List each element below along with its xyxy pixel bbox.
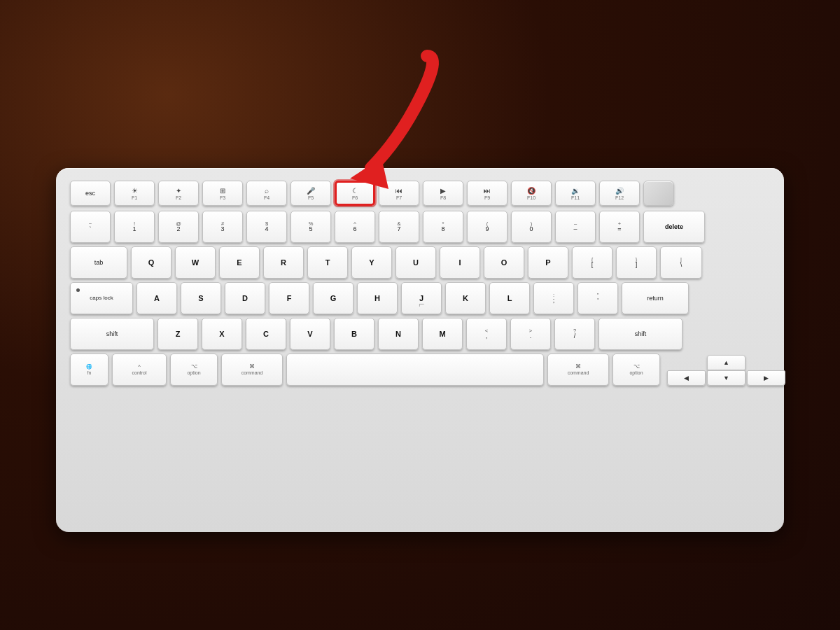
key-q[interactable]: Q <box>131 246 172 279</box>
key-n[interactable]: N <box>378 318 419 350</box>
number-row: ~ ` ! 1 @ 2 # 3 $ 4 % 5 <box>70 211 770 243</box>
key-h[interactable]: H <box>357 282 398 314</box>
key-arrow-left[interactable]: ◀ <box>667 370 706 386</box>
key-x[interactable]: X <box>202 318 242 350</box>
key-equals[interactable]: + = <box>599 211 640 243</box>
key-shift-right[interactable]: shift <box>598 318 682 350</box>
key-slash[interactable]: ? / <box>554 318 595 350</box>
key-f2[interactable]: ✦ F2 <box>158 181 199 206</box>
key-9[interactable]: ( 9 <box>467 211 507 243</box>
key-period[interactable]: > . <box>510 318 551 350</box>
scene: esc ☀ F1 ✦ F2 ⊞ F3 ⌕ F4 <box>35 28 805 602</box>
key-option-right[interactable]: ⌥ option <box>612 354 660 386</box>
key-e[interactable]: E <box>219 246 260 279</box>
key-caps-lock[interactable]: caps lock <box>70 282 133 314</box>
key-f10[interactable]: 🔇 F10 <box>511 181 552 206</box>
key-5[interactable]: % 5 <box>290 211 331 243</box>
key-delete[interactable]: delete <box>643 211 705 243</box>
key-f1[interactable]: ☀ F1 <box>114 181 155 206</box>
key-m[interactable]: M <box>422 318 463 350</box>
key-d[interactable]: D <box>225 282 265 314</box>
key-r[interactable]: R <box>263 246 304 279</box>
keyboard: esc ☀ F1 ✦ F2 ⊞ F3 ⌕ F4 <box>56 168 784 532</box>
key-l[interactable]: L <box>489 282 530 314</box>
key-1[interactable]: ! 1 <box>114 211 155 243</box>
key-w[interactable]: W <box>175 246 216 279</box>
key-shift-left[interactable]: shift <box>70 318 154 350</box>
key-f3[interactable]: ⊞ F3 <box>202 181 243 206</box>
key-touch-id[interactable] <box>643 181 674 206</box>
key-fn[interactable]: 🌐 fn <box>70 354 108 386</box>
key-y[interactable]: Y <box>351 246 392 279</box>
arrow-cluster: ▲ ◀ ▼ ▶ <box>667 355 785 386</box>
key-bracket-l[interactable]: { [ <box>572 246 612 279</box>
key-0[interactable]: ) 0 <box>511 211 552 243</box>
key-return[interactable]: return <box>622 282 689 314</box>
key-quote[interactable]: " ' <box>578 282 618 314</box>
key-esc[interactable]: esc <box>70 181 111 206</box>
key-command-left[interactable]: ⌘ command <box>221 354 283 386</box>
key-option-left[interactable]: ⌥ option <box>170 354 218 386</box>
key-space[interactable] <box>286 354 544 386</box>
key-6[interactable]: ^ 6 <box>335 211 375 243</box>
key-comma[interactable]: < , <box>466 318 507 350</box>
key-f9[interactable]: ⏭ F9 <box>467 181 507 206</box>
key-f12[interactable]: 🔊 F12 <box>599 181 640 206</box>
key-s[interactable]: S <box>181 282 221 314</box>
key-backtick[interactable]: ~ ` <box>70 211 111 243</box>
key-u[interactable]: U <box>396 246 436 279</box>
caps-lock-indicator <box>76 288 80 292</box>
key-arrow-down[interactable]: ▼ <box>707 370 746 386</box>
key-3[interactable]: # 3 <box>202 211 243 243</box>
key-z[interactable]: Z <box>158 318 198 350</box>
red-arrow <box>259 42 455 210</box>
key-7[interactable]: & 7 <box>379 211 419 243</box>
key-tab[interactable]: tab <box>70 246 127 279</box>
key-arrow-up[interactable]: ▲ <box>707 355 746 370</box>
key-f11[interactable]: 🔉 F11 <box>555 181 596 206</box>
key-minus[interactable]: – – <box>555 211 596 243</box>
key-c[interactable]: C <box>246 318 286 350</box>
key-2[interactable]: @ 2 <box>158 211 199 243</box>
key-control[interactable]: ^ control <box>112 354 167 386</box>
qwerty-row: tab Q W E R T Y U I O P { [ } ] | \ <box>70 246 770 279</box>
bottom-row: 🌐 fn ^ control ⌥ option ⌘ command ⌘ comm… <box>70 354 770 386</box>
key-b[interactable]: B <box>334 318 374 350</box>
key-t[interactable]: T <box>307 246 348 279</box>
key-p[interactable]: P <box>528 246 568 279</box>
key-i[interactable]: I <box>440 246 480 279</box>
key-k[interactable]: K <box>445 282 486 314</box>
key-semicolon[interactable]: : ; <box>533 282 574 314</box>
key-arrow-right[interactable]: ▶ <box>747 370 785 386</box>
key-4[interactable]: $ 4 <box>246 211 287 243</box>
key-v[interactable]: V <box>290 318 330 350</box>
key-g[interactable]: G <box>313 282 354 314</box>
key-8[interactable]: * 8 <box>423 211 463 243</box>
key-j[interactable]: J ⌐ <box>401 282 442 314</box>
key-backslash[interactable]: | \ <box>660 246 702 279</box>
key-command-right[interactable]: ⌘ command <box>547 354 609 386</box>
key-f[interactable]: F <box>269 282 309 314</box>
arrow-bottom-row: ◀ ▼ ▶ <box>667 370 785 386</box>
home-row: caps lock A S D F G H J ⌐ K L : ; " ' re <box>70 282 770 314</box>
shift-row: shift Z X C V B N M < , > . ? / shift <box>70 318 770 350</box>
key-o[interactable]: O <box>484 246 524 279</box>
key-a[interactable]: A <box>136 282 177 314</box>
key-bracket-r[interactable]: } ] <box>616 246 657 279</box>
